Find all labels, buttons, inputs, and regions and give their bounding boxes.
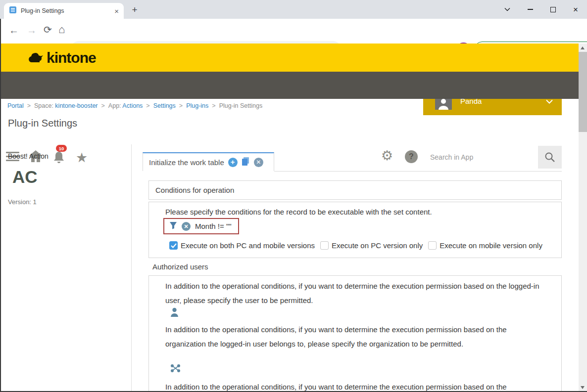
tab-row-divider — [274, 171, 562, 172]
filter-condition-box[interactable]: ✕ Month != "" — [163, 218, 239, 234]
breadcrumb-space[interactable]: kintone-booster — [55, 102, 98, 109]
tab-title: Plug-in Settings — [21, 7, 114, 14]
scrollbar-up-arrow-icon[interactable] — [581, 46, 585, 49]
favorites-star-icon[interactable]: ★ — [76, 150, 88, 166]
settings-gear-icon[interactable]: ⚙ — [381, 149, 393, 163]
breadcrumb-current: Plug-in Settings — [219, 102, 263, 109]
checkbox-mobile-only-label[interactable]: Execute on mobile version only — [440, 241, 542, 250]
work-table-tab-label: Initialize the work table — [149, 158, 224, 167]
home-button[interactable]: ⌂ — [58, 23, 65, 36]
scrollbar-thumb[interactable] — [579, 52, 587, 132]
breadcrumb: Portal>Space: kintone-booster>App: Actio… — [7, 102, 262, 109]
breadcrumb-portal[interactable]: Portal — [7, 102, 24, 109]
page-title: Plug-in Settings — [8, 118, 77, 129]
browser-tab-strip: Plug-in Settings × + × — [0, 0, 587, 19]
browser-toolbar: ← → ⟳ ⌂ pandafirm.cybozu.com/k/admin/app… — [0, 19, 587, 44]
window-close-button[interactable]: × — [564, 0, 587, 19]
checkbox-mobile-only[interactable] — [428, 241, 437, 250]
sidebar-divider — [131, 144, 132, 392]
filter-icon[interactable] — [169, 221, 177, 231]
breadcrumb-space-prefix: Space: — [34, 102, 55, 109]
scrollbar-down-arrow-icon[interactable] — [581, 386, 585, 389]
notification-badge: 10 — [56, 145, 67, 152]
kintone-header: kintone Panda — [0, 44, 587, 72]
authorized-users-header: Authorized users — [152, 262, 208, 271]
breadcrumb-plugins[interactable]: Plug-ins — [186, 102, 208, 109]
kintone-toolbar: 10 ★ ⚙ ? — [0, 72, 587, 99]
tab-favicon-icon — [9, 6, 17, 16]
notifications-bell-icon[interactable] — [53, 151, 65, 164]
window-maximize-button[interactable] — [541, 0, 564, 19]
filter-condition-text: Month != "" — [195, 222, 232, 230]
tab-close-icon[interactable]: × — [114, 7, 119, 15]
work-table-tab[interactable]: Initialize the work table + ✕ — [143, 152, 274, 171]
new-tab-button[interactable]: + — [129, 4, 141, 16]
help-icon[interactable]: ? — [405, 150, 418, 163]
browser-tab[interactable]: Plug-in Settings × — [4, 3, 124, 19]
search-button[interactable] — [538, 146, 562, 169]
search-icon — [544, 151, 556, 163]
add-tab-icon[interactable]: + — [228, 158, 238, 167]
checkbox-pc-only[interactable] — [320, 241, 329, 250]
plugin-name: Boost! Action — [8, 152, 49, 160]
conditions-section-body: Please specify the conditions for the re… — [148, 202, 562, 258]
breadcrumb-app-prefix: App: — [108, 102, 123, 109]
window-minimize-button[interactable] — [519, 0, 541, 19]
reload-button[interactable]: ⟳ — [44, 24, 52, 36]
app-search-box[interactable] — [423, 146, 538, 169]
execution-checkbox-row: Execute on both PC and mobile versions E… — [169, 241, 548, 250]
kintone-cloud-icon — [27, 51, 45, 64]
copy-tab-icon[interactable] — [242, 157, 250, 168]
plugin-abbreviation: AC — [12, 167, 38, 187]
kintone-logo[interactable]: kintone — [27, 49, 96, 66]
kintone-logo-text: kintone — [47, 49, 96, 66]
checkbox-pc-only-label[interactable]: Execute on PC version only — [332, 241, 423, 250]
back-button[interactable]: ← — [9, 25, 19, 36]
conditions-section-header: Conditions for operation — [148, 180, 562, 200]
conditions-instruction: Please specify the conditions for the re… — [165, 208, 432, 216]
checkbox-both-versions-label[interactable]: Execute on both PC and mobile versions — [181, 241, 315, 250]
breadcrumb-app[interactable]: Actions — [122, 102, 143, 109]
breadcrumb-settings[interactable]: Settings — [153, 102, 176, 109]
checkbox-both-versions[interactable] — [169, 241, 178, 250]
search-input[interactable] — [423, 146, 538, 169]
add-user-icon[interactable] — [170, 307, 179, 319]
add-organization-icon[interactable] — [170, 364, 181, 375]
authorized-org-paragraph: In addition to the operational condition… — [165, 322, 547, 351]
authorized-third-paragraph: In addition to the operational condition… — [165, 380, 556, 392]
tab-search-chevron-icon[interactable] — [496, 0, 519, 19]
remove-filter-icon[interactable]: ✕ — [182, 222, 191, 231]
plugin-version: Version: 1 — [8, 198, 37, 206]
window-frame-left — [0, 19, 1, 392]
authorized-user-paragraph: In addition to the operational condition… — [165, 279, 547, 307]
authorized-users-body: In addition to the operational condition… — [148, 275, 562, 392]
close-tab-icon[interactable]: ✕ — [254, 158, 263, 167]
page-scrollbar[interactable] — [579, 44, 587, 392]
forward-button[interactable]: → — [27, 25, 37, 36]
